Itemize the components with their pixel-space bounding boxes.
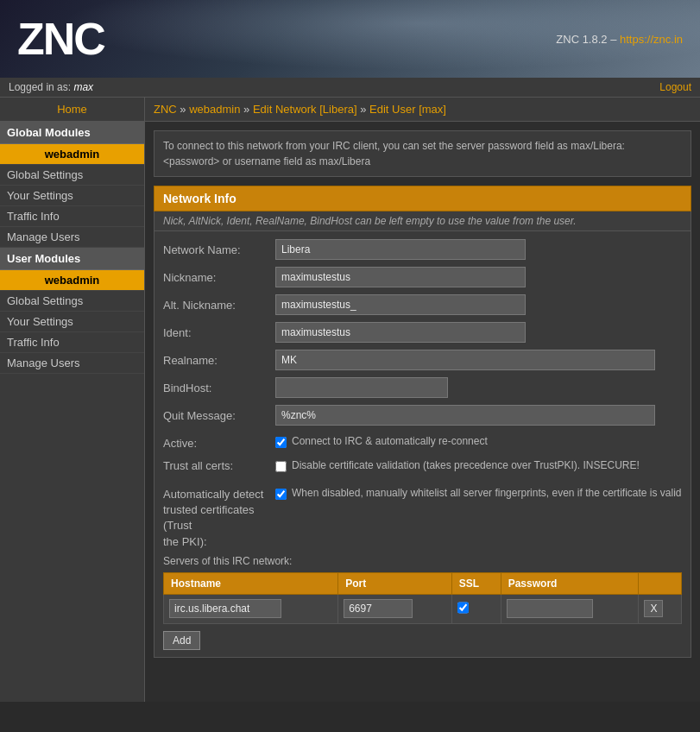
sidebar-home[interactable]: Home — [0, 98, 144, 122]
realname-row: Realname: — [163, 349, 682, 371]
sidebar-item-user-traffic-info[interactable]: Traffic Info — [0, 332, 144, 353]
bindhost-input[interactable] — [275, 377, 448, 398]
port-header: Port — [338, 572, 451, 594]
quit-message-label: Quit Message: — [163, 409, 275, 422]
server-delete-button[interactable]: X — [644, 600, 663, 617]
active-label: Active: — [163, 437, 275, 450]
sidebar-item-manage-users[interactable]: Manage Users — [0, 227, 144, 248]
sidebar-item-traffic-info[interactable]: Traffic Info — [0, 206, 144, 227]
servers-label: Servers of this IRC network: — [163, 555, 682, 567]
active-row: Active: Connect to IRC & automatically r… — [163, 432, 682, 454]
alt-nickname-label: Alt. Nickname: — [163, 299, 275, 312]
trust-certs-row: Trust all certs: Disable certificate val… — [163, 459, 682, 482]
active-checkbox[interactable] — [275, 437, 287, 448]
breadcrumb: ZNC » webadmin » Edit Network [Libera] »… — [145, 98, 700, 122]
network-info-section: Network Info Nick, AltNick, Ident, RealN… — [154, 186, 691, 658]
logo: ZNC — [17, 13, 104, 65]
auto-detect-row: Automatically detect trusted certificate… — [163, 487, 682, 550]
ident-row: Ident: — [163, 321, 682, 344]
info-line2: <password> or username field as max/Libe… — [163, 155, 370, 167]
trust-certs-label: Trust all certs: — [163, 459, 275, 472]
sidebar-item-user-global-settings[interactable]: Global Settings — [0, 291, 144, 312]
ssl-header: SSL — [451, 572, 501, 594]
nickname-row: Nickname: — [163, 266, 682, 288]
version-text: ZNC 1.8.2 – — [556, 33, 620, 46]
logged-in-text: Logged in as: max — [9, 81, 93, 93]
sidebar: Home Global Modules webadmin Global Sett… — [0, 98, 145, 702]
server-password-input[interactable] — [507, 599, 593, 618]
home-link[interactable]: Home — [57, 103, 87, 116]
quit-message-row: Quit Message: — [163, 404, 682, 426]
nickname-input[interactable] — [275, 267, 526, 287]
trust-certs-checkbox[interactable] — [275, 461, 287, 472]
network-name-row: Network Name: — [163, 238, 682, 261]
server-port-input[interactable] — [344, 599, 413, 618]
alt-nickname-input[interactable] — [275, 294, 526, 315]
bindhost-label: BindHost: — [163, 382, 275, 394]
network-name-label: Network Name: — [163, 243, 275, 256]
server-hostname-input[interactable] — [169, 599, 281, 618]
trust-certs-checkbox-row: Disable certificate validation (takes pr… — [275, 459, 640, 472]
main-content: ZNC » webadmin » Edit Network [Libera] »… — [145, 98, 700, 702]
breadcrumb-edit-user: Edit User [max] — [369, 103, 446, 116]
header-version: ZNC 1.8.2 – https://znc.in — [556, 33, 683, 46]
global-modules-title: Global Modules — [0, 122, 144, 144]
nickname-label: Nickname: — [163, 271, 275, 284]
user-modules-title: User Modules — [0, 248, 144, 270]
server-hostname-cell — [164, 594, 338, 623]
auto-detect-checkbox[interactable] — [275, 489, 287, 500]
server-password-cell — [501, 594, 639, 623]
alt-nickname-row: Alt. Nickname: — [163, 293, 682, 316]
realname-input[interactable] — [275, 350, 655, 370]
delete-header — [639, 572, 682, 594]
page-header: ZNC ZNC 1.8.2 – https://znc.in — [0, 0, 700, 78]
server-ssl-cell — [451, 594, 501, 623]
auto-detect-checkbox-label: When disabled, manually whitelist all se… — [292, 487, 682, 499]
network-name-input[interactable] — [275, 239, 526, 260]
server-row: X — [164, 594, 682, 623]
server-delete-cell: X — [639, 594, 682, 623]
sidebar-item-user-manage-users[interactable]: Manage Users — [0, 353, 144, 374]
layout: Home Global Modules webadmin Global Sett… — [0, 98, 700, 702]
sidebar-item-global-settings[interactable]: Global Settings — [0, 165, 144, 186]
breadcrumb-edit-network[interactable]: Edit Network [Libera] — [253, 103, 357, 116]
info-box: To connect to this network from your IRC… — [154, 130, 691, 177]
server-port-cell — [338, 594, 451, 623]
form-area: Network Name: Nickname: Alt. Nickname: I… — [154, 231, 691, 658]
section-title: Network Info — [154, 186, 691, 211]
quit-message-input[interactable] — [275, 405, 655, 426]
active-checkbox-row: Connect to IRC & automatically re-connec… — [275, 435, 488, 448]
section-subtitle: Nick, AltNick, Ident, RealName, BindHost… — [154, 211, 691, 231]
trust-certs-checkbox-label: Disable certificate validation (takes pr… — [292, 459, 640, 471]
breadcrumb-znc[interactable]: ZNC — [154, 103, 177, 116]
realname-label: Realname: — [163, 354, 275, 367]
sidebar-item-your-settings[interactable]: Your Settings — [0, 186, 144, 206]
znc-link[interactable]: https://znc.in — [620, 33, 683, 46]
breadcrumb-webadmin[interactable]: webadmin — [189, 103, 240, 116]
sidebar-item-user-webadmin[interactable]: webadmin — [0, 270, 144, 291]
ident-label: Ident: — [163, 326, 275, 339]
active-checkbox-label: Connect to IRC & automatically re-connec… — [292, 435, 488, 447]
auto-detect-checkbox-row: When disabled, manually whitelist all se… — [275, 487, 682, 500]
topbar: Logged in as: max Logout — [0, 78, 700, 98]
logout-button[interactable]: Logout — [659, 81, 691, 93]
sidebar-item-global-webadmin[interactable]: webadmin — [0, 144, 144, 165]
info-line1: To connect to this network from your IRC… — [163, 140, 625, 152]
sidebar-item-user-your-settings[interactable]: Your Settings — [0, 312, 144, 332]
hostname-header: Hostname — [164, 572, 338, 594]
bindhost-row: BindHost: — [163, 376, 682, 399]
auto-detect-label: Automatically detect trusted certificate… — [163, 487, 275, 550]
server-ssl-checkbox[interactable] — [457, 598, 469, 617]
add-server-button[interactable]: Add — [163, 631, 200, 650]
servers-table: Hostname Port SSL Password — [163, 572, 682, 624]
ident-input[interactable] — [275, 322, 526, 343]
password-header: Password — [501, 572, 639, 594]
